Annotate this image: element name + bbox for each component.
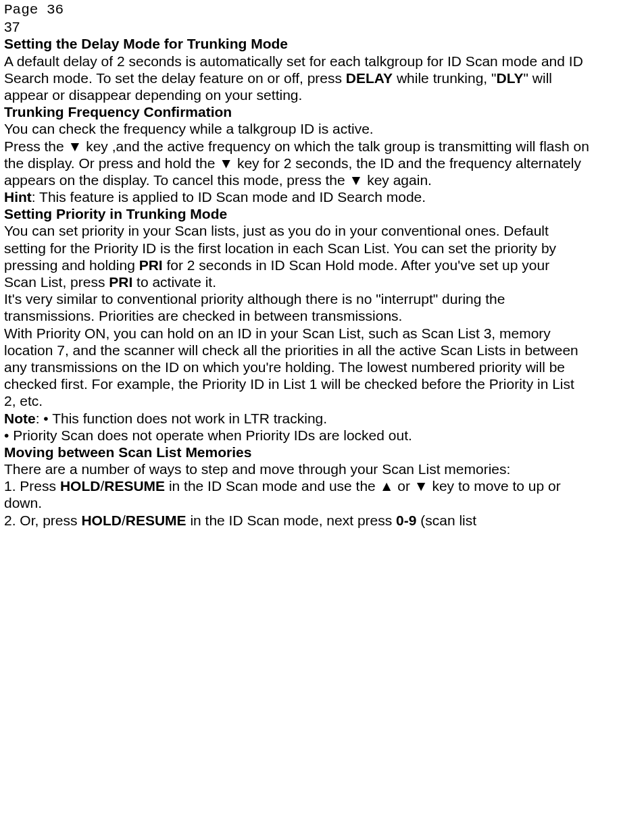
text: or — [393, 478, 414, 494]
text: to activate it. — [132, 274, 216, 290]
page-number: 37 — [4, 18, 617, 35]
text: while trunking, " — [393, 70, 496, 86]
hint-text: Hint: This feature is applied to ID Scan… — [4, 188, 617, 205]
section-title-moving: Moving between Scan List Memories — [4, 444, 617, 461]
body-text: 1. Press HOLD/RESUME in the ID Scan mode… — [4, 477, 617, 494]
body-text: pressing and holding PRI for 2 seconds i… — [4, 257, 617, 273]
body-text: You can check the frequency while a talk… — [4, 120, 617, 137]
text: key ,and the active frequency on which t… — [82, 138, 589, 154]
body-text: 2. Or, press HOLD/RESUME in the ID Scan … — [4, 512, 617, 529]
body-text: location 7, and the scanner will check a… — [4, 342, 617, 359]
body-text: setting for the Priority ID is the first… — [4, 240, 617, 257]
key-resume: RESUME — [126, 513, 187, 528]
text: Scan List, press — [4, 274, 109, 290]
text: appears on the display. To cancel this m… — [4, 172, 349, 188]
body-text: any transmissions on the ID on which you… — [4, 359, 617, 375]
text: (scan list — [416, 513, 476, 528]
text: key for 2 seconds, the ID and the freque… — [233, 155, 581, 171]
body-text: transmissions. Priorities are checked in… — [4, 307, 617, 324]
note-text: Note: • This function does not work in L… — [4, 410, 617, 427]
text: : This feature is applied to ID Scan mod… — [32, 189, 426, 205]
key-0-9: 0-9 — [396, 513, 416, 528]
page-header: Page 36 — [4, 1, 617, 18]
text: Press the — [4, 138, 68, 154]
section-title-freq-confirm: Trunking Frequency Confirmation — [4, 103, 617, 120]
body-text: appear or disappear depending on your se… — [4, 86, 617, 103]
body-text: down. — [4, 494, 617, 511]
key-hold: HOLD — [81, 513, 122, 528]
section-title-delay-mode: Setting the Delay Mode for Trunking Mode — [4, 35, 617, 52]
down-arrow-icon: ▼ — [349, 172, 364, 188]
text: 1. Press — [4, 478, 60, 494]
body-text: 2, etc. — [4, 392, 617, 409]
body-text: You can set priority in your Scan lists,… — [4, 222, 617, 239]
body-text: the display. Or press and hold the ▼ key… — [4, 155, 617, 172]
text: in the ID Scan mode and use the — [165, 478, 380, 494]
text: Search mode. To set the delay feature on… — [4, 70, 346, 86]
text: pressing and holding — [4, 257, 139, 273]
body-text: It's very similar to conventional priori… — [4, 290, 617, 307]
key-dly: DLY — [496, 70, 523, 86]
key-pri: PRI — [139, 257, 163, 273]
hint-label: Hint — [4, 189, 32, 205]
text: in the ID Scan mode, next press — [187, 513, 397, 528]
down-arrow-icon: ▼ — [219, 155, 233, 171]
body-text: Search mode. To set the delay feature on… — [4, 70, 617, 86]
text: " will — [524, 70, 552, 86]
body-text: checked first. For example, the Priority… — [4, 375, 617, 392]
body-text: • Priority Scan does not operate when Pr… — [4, 427, 617, 444]
down-arrow-icon: ▼ — [414, 478, 428, 494]
key-pri: PRI — [109, 274, 132, 290]
section-title-priority: Setting Priority in Trunking Mode — [4, 205, 617, 222]
text: 2. Or, press — [4, 513, 81, 528]
text: key again. — [363, 172, 432, 188]
text: the display. Or press and hold the — [4, 155, 219, 171]
key-hold: HOLD — [60, 478, 101, 494]
text: : • This function does not work in LTR t… — [36, 411, 327, 426]
down-arrow-icon: ▼ — [68, 138, 82, 154]
up-arrow-icon: ▲ — [380, 478, 394, 494]
body-text: Scan List, press PRI to activate it. — [4, 273, 617, 290]
body-text: With Priority ON, you can hold on an ID … — [4, 325, 617, 342]
body-text: Press the ▼ key ,and the active frequenc… — [4, 138, 617, 155]
body-text: A default delay of 2 seconds is automati… — [4, 53, 617, 70]
key-resume: RESUME — [104, 478, 165, 494]
body-text: appears on the display. To cancel this m… — [4, 172, 617, 188]
text: for 2 seconds in ID Scan Hold mode. Afte… — [163, 257, 549, 273]
body-text: There are a number of ways to step and m… — [4, 461, 617, 477]
text: key to move to up or — [428, 478, 561, 494]
key-delay: DELAY — [346, 70, 393, 86]
note-label: Note — [4, 411, 36, 426]
